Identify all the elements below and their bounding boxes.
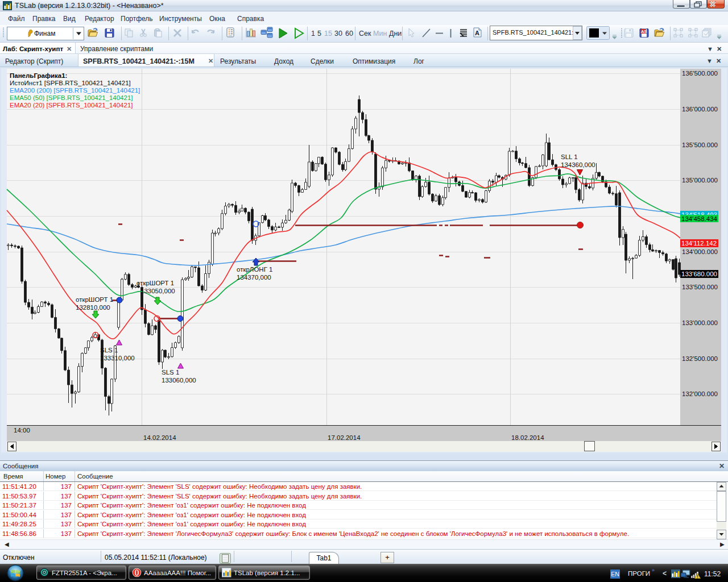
svg-text:133310,000: 133310,000 <box>100 355 135 361</box>
svg-text:SLL 1: SLL 1 <box>561 153 578 160</box>
svg-text:134'458.434: 134'458.434 <box>681 215 718 222</box>
svg-text:SLS 1: SLS 1 <box>162 369 179 376</box>
svg-text:17.02.2014: 17.02.2014 <box>328 434 361 441</box>
svg-text:133050,000: 133050,000 <box>140 288 175 294</box>
svg-text:18.02.2014: 18.02.2014 <box>511 434 544 441</box>
svg-text:30: 30 <box>334 30 342 38</box>
svg-text:15: 15 <box>324 30 332 38</box>
svg-text:14:00: 14:00 <box>14 427 30 434</box>
svg-text:ПанельГрафика1:: ПанельГрафика1: <box>10 72 67 79</box>
svg-text:открЛОНГ 1: открЛОНГ 1 <box>237 266 272 273</box>
svg-text:SLS 1: SLS 1 <box>100 347 118 354</box>
svg-text:134'112.142: 134'112.142 <box>681 240 717 247</box>
svg-text:открШОРТ 1: открШОРТ 1 <box>76 296 113 303</box>
svg-text:ИстоИнст1 [SPFB.RTS_100421_140: ИстоИнст1 [SPFB.RTS_100421_140421] <box>10 80 131 86</box>
svg-text:133060,000: 133060,000 <box>162 377 196 384</box>
svg-text:A: A <box>475 30 479 36</box>
svg-text:135'500.000: 135'500.000 <box>682 142 718 148</box>
svg-text:132810,000: 132810,000 <box>76 304 110 311</box>
svg-text:134'000.000: 134'000.000 <box>682 248 718 255</box>
svg-text:134370,000: 134370,000 <box>237 274 271 281</box>
svg-text:133'680.000: 133'680.000 <box>681 271 717 277</box>
svg-text:EMA20 (20) [SPFB.RTS_100421_14: EMA20 (20) [SPFB.RTS_100421_140421] <box>10 102 133 109</box>
svg-text:AS: AS <box>641 29 647 34</box>
svg-text:Финам: Финам <box>34 30 55 38</box>
svg-text:135'000.000: 135'000.000 <box>682 177 718 184</box>
svg-text:14.02.2014: 14.02.2014 <box>143 434 176 441</box>
svg-text:133'500.000: 133'500.000 <box>682 284 718 290</box>
svg-text:132'500.000: 132'500.000 <box>682 355 718 362</box>
svg-text:EMA200 (200) [SPFB.RTS_100421_: EMA200 (200) [SPFB.RTS_100421_140421] <box>10 87 140 94</box>
svg-text:SPFB.RTS_100421_140421:-: SPFB.RTS_100421_140421:- <box>493 29 576 36</box>
svg-text:60: 60 <box>345 30 353 38</box>
svg-text:136'500.000: 136'500.000 <box>682 70 718 77</box>
svg-text:134360,000: 134360,000 <box>561 161 595 168</box>
svg-text:Мин: Мин <box>373 30 387 38</box>
svg-text:136'000.000: 136'000.000 <box>682 106 718 113</box>
svg-text:EMA50 (50) [SPFB.RTS_100421_14: EMA50 (50) [SPFB.RTS_100421_140421] <box>10 94 133 101</box>
svg-text:открШОРТ 1: открШОРТ 1 <box>136 280 174 286</box>
svg-text:133'000.000: 133'000.000 <box>682 319 718 326</box>
svg-text:5: 5 <box>317 30 321 38</box>
svg-text:Сек: Сек <box>359 30 371 38</box>
svg-text:Дни: Дни <box>389 30 402 38</box>
svg-text:1: 1 <box>311 30 315 38</box>
svg-text:132'000.000: 132'000.000 <box>682 390 718 397</box>
